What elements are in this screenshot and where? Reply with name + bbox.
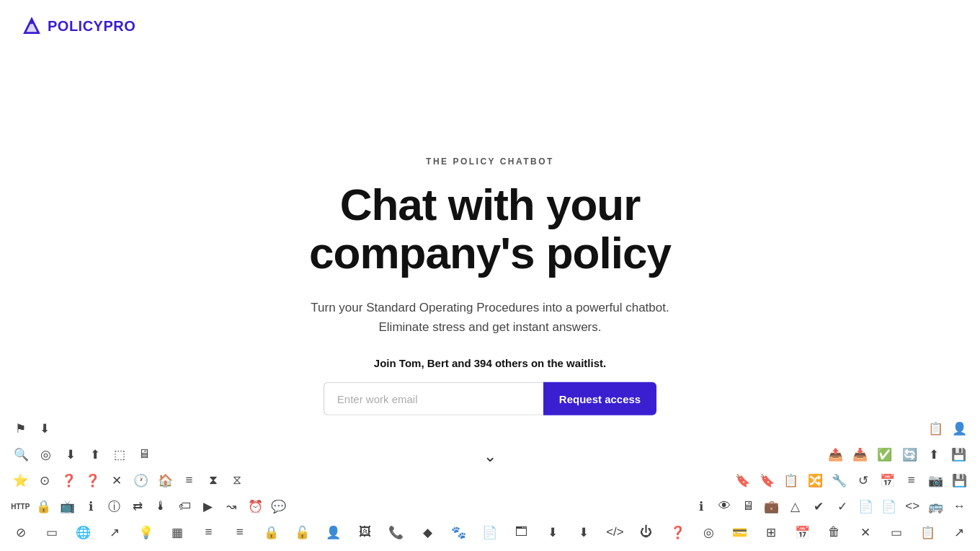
icon-doc-alt: 📄 xyxy=(478,521,502,543)
icon-blank-r4-7 xyxy=(431,495,455,517)
icon-hourglass: ⧗ xyxy=(201,470,225,491)
icon-warning: △ xyxy=(783,495,807,517)
subtitle-label: THE POLICY CHATBOT xyxy=(238,157,742,167)
icon-help-2: ❓ xyxy=(665,521,690,543)
icon-camera: 📷 xyxy=(923,470,947,491)
icon-code: <> xyxy=(901,495,925,517)
icon-blank-36 xyxy=(899,418,923,439)
icon-external-link: ↗ xyxy=(102,521,127,543)
icon-blank-35 xyxy=(876,418,899,439)
icon-blank-r4-8 xyxy=(455,495,478,517)
icon-blank-r3-13 xyxy=(538,470,562,491)
icon-row-5: ⊘ ▭ 🌐 ↗ 💡 ▦ ≡ ≡ 🔒 🔓 👤 🖼 📞 ◆ 🐾 📄 🗔 ⬇ ⬇ </… xyxy=(9,519,971,545)
icon-blank-14 xyxy=(370,418,393,439)
main-content: THE POLICY CHATBOT Chat with your compan… xyxy=(238,157,742,415)
icon-checkmark-outline: ✓ xyxy=(830,495,854,517)
icon-blank-r2-16 xyxy=(527,444,551,465)
icon-blank-r3-10 xyxy=(466,470,490,491)
icon-chat: 💬 xyxy=(267,495,290,517)
icon-blank-r2-9 xyxy=(355,444,379,465)
icon-blank-29 xyxy=(731,418,754,439)
icon-blank-34 xyxy=(851,418,875,439)
icon-circle-dot: ⊙ xyxy=(32,470,56,491)
icon-takeoff: ⬆ xyxy=(83,444,107,465)
icon-blank-r3-5 xyxy=(346,470,370,491)
icon-multi-doc: 📋 xyxy=(779,470,803,491)
icon-row-2: 🔍 ◎ ⬇ ⬆ ⬚ 🖥 📤 📥 ✅ 🔄 xyxy=(9,441,971,467)
icon-paw: 🐾 xyxy=(446,521,471,543)
icon-person: 👤 xyxy=(321,521,346,543)
icon-blank-7 xyxy=(201,418,225,439)
icon-bookmark-outline: 🔖 xyxy=(755,470,779,491)
icon-thermometer: 🌡 xyxy=(149,495,173,517)
icon-blank-r3-2 xyxy=(273,470,297,491)
icon-refresh: 🔄 xyxy=(897,444,922,465)
icon-tag: 🏷 xyxy=(173,495,197,517)
icon-blank-r4-13 xyxy=(572,495,596,517)
icon-document: 📋 xyxy=(923,418,947,439)
icon-blank-r3-16 xyxy=(610,470,634,491)
icon-lock-2: 🔒 xyxy=(259,521,283,543)
icon-blank-r3-7 xyxy=(394,470,418,491)
icon-checkmark-filled: ✔ xyxy=(807,495,831,517)
description-line2: Eliminate stress and get instant answers… xyxy=(379,320,602,334)
icon-bus: 🚌 xyxy=(925,495,948,517)
icon-cal-2: 📅 xyxy=(790,521,815,543)
header: POLICYPRO xyxy=(20,14,135,38)
icon-blank-r2-8 xyxy=(329,444,354,465)
icon-floppy: 💾 xyxy=(948,470,971,491)
icon-row-1: ⚑ ⬇ 📋 � xyxy=(9,415,971,441)
icon-x-mark: ✕ xyxy=(853,521,878,543)
icon-blank-r2-6 xyxy=(280,444,305,465)
icon-upload: ⬆ xyxy=(922,444,946,465)
icon-blank-r3-3 xyxy=(298,470,321,491)
icon-blank-26 xyxy=(659,418,682,439)
icon-clock: 🕐 xyxy=(129,470,153,491)
icon-http: HTTP xyxy=(9,495,32,517)
icon-undo: ↺ xyxy=(851,470,875,491)
icon-blank-r4-17 xyxy=(666,495,690,517)
icon-screen-share: 📺 xyxy=(55,495,79,517)
icon-credit-card: 💳 xyxy=(728,521,752,543)
icon-blank-r3-6 xyxy=(370,470,393,491)
icon-flow: ↝ xyxy=(220,495,244,517)
icon-blank-r2-19 xyxy=(601,444,625,465)
icon-power: ⏻ xyxy=(634,521,659,543)
icon-blank-8 xyxy=(226,418,249,439)
icon-grid: ▦ xyxy=(165,521,190,543)
icon-row-3: ⭐ ⊙ ❓ ❓ ✕ 🕐 🏠 ≡ ⧗ ⧖ 🔖 🔖 📋 🔀 🔧 ↺ xyxy=(9,467,971,493)
icon-blank-r2-14 xyxy=(478,444,502,465)
icon-window: 🗔 xyxy=(509,521,533,543)
icon-eye: 👁 xyxy=(713,495,736,517)
icon-desktop: 🖥 xyxy=(736,495,760,517)
icon-target: ◎ xyxy=(697,521,721,543)
icon-transfer: ⇄ xyxy=(126,495,150,517)
icon-bookmark: 🔖 xyxy=(731,470,754,491)
icon-blank-r2-10 xyxy=(379,444,404,465)
icon-home: 🏠 xyxy=(153,470,177,491)
icon-blank-r3-14 xyxy=(562,470,586,491)
icon-code-embed: </> xyxy=(602,521,627,543)
heading-line1: Chat with your xyxy=(340,180,641,229)
icon-phone: 📞 xyxy=(384,521,409,543)
icon-blank-r4-5 xyxy=(384,495,408,517)
icon-blank-r4-16 xyxy=(643,495,667,517)
icon-user: 👤 xyxy=(948,418,971,439)
icon-blank-13 xyxy=(346,418,370,439)
icon-alarm: ⏰ xyxy=(244,495,267,517)
icon-blank-r3-11 xyxy=(490,470,514,491)
icon-blank-r4-6 xyxy=(408,495,432,517)
icon-help-outline: ❓ xyxy=(81,470,104,491)
icon-globe: 🌐 xyxy=(71,521,96,543)
icon-blank-r3-4 xyxy=(321,470,345,491)
icon-blank-17 xyxy=(442,418,466,439)
icon-blank-4 xyxy=(129,418,153,439)
icon-timer: ⧖ xyxy=(226,470,249,491)
icon-blank-32 xyxy=(803,418,827,439)
logo[interactable]: POLICYPRO xyxy=(20,14,135,38)
logo-text: POLICYPRO xyxy=(48,18,135,35)
icon-diamond: ◆ xyxy=(415,521,440,543)
description-line1: Turn your Standard Operating Procedures … xyxy=(311,301,669,314)
icon-blank-r3-15 xyxy=(587,470,610,491)
icon-blank-r4-11 xyxy=(525,495,549,517)
